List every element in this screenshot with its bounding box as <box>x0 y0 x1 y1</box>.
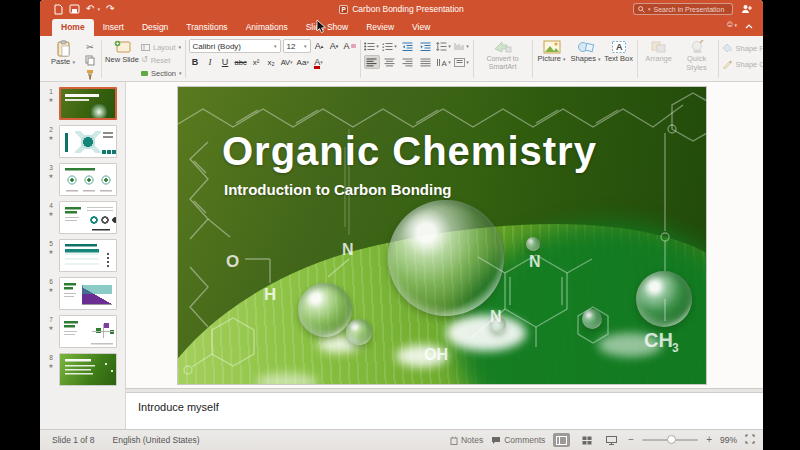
undo-icon[interactable]: ↶ <box>86 4 94 14</box>
zoom-in-button[interactable]: + <box>706 435 712 445</box>
shape-format-group: Shape Fill▾ Shape Outline▾ <box>722 38 763 80</box>
quick-styles-button[interactable]: Quick Styles <box>679 39 715 72</box>
titlebar-right: ▾ Search in Presentation <box>633 0 753 18</box>
notes-pane[interactable]: Introduce myself <box>126 393 763 429</box>
character-spacing-button[interactable]: AV▾ <box>280 55 294 69</box>
zoom-slider-knob[interactable] <box>667 435 676 444</box>
slide-counter: Slide 1 of 8 <box>52 435 95 445</box>
notes-toggle[interactable]: Notes <box>450 435 483 445</box>
align-right-button[interactable] <box>400 55 416 69</box>
shrink-font-icon[interactable]: A▾ <box>328 39 341 53</box>
paste-button[interactable]: Paste ▾ <box>46 39 80 67</box>
grow-font-icon[interactable]: A▴ <box>313 39 326 53</box>
bullets-button[interactable]: ▾ <box>364 39 380 53</box>
decrease-indent-button[interactable] <box>400 39 416 53</box>
slide-thumbnail-2[interactable]: 2★ <box>40 123 125 161</box>
slide-sorter-view-button[interactable] <box>578 433 595 447</box>
columns-button[interactable]: ▾ <box>454 39 470 53</box>
feedback-smiley-icon[interactable]: ☺▾ <box>725 19 737 29</box>
slide-thumbnail-1[interactable]: 1★ <box>40 85 125 123</box>
font-name-select[interactable]: Calibri (Body)▾ <box>189 39 281 53</box>
zoom-level[interactable]: 99% <box>720 435 737 445</box>
align-left-button[interactable] <box>364 55 380 69</box>
new-document-icon[interactable] <box>54 4 63 15</box>
text-box-button[interactable]: A Text Box <box>604 39 634 64</box>
clear-formatting-icon[interactable]: A <box>343 39 357 53</box>
align-text-button[interactable]: ▾ <box>454 55 470 69</box>
search-input[interactable]: ▾ Search in Presentation <box>633 3 733 15</box>
cut-icon[interactable]: ✂ <box>82 40 98 53</box>
line-spacing-button[interactable]: ▾ <box>436 39 452 53</box>
justify-button[interactable] <box>418 55 434 69</box>
tab-home[interactable]: Home <box>52 19 94 36</box>
redo-icon[interactable]: ↷ <box>106 4 114 14</box>
copy-icon[interactable] <box>82 54 98 67</box>
slide-thumbnail-7[interactable]: 7★ <box>40 313 125 351</box>
slide-show-view-button[interactable] <box>603 433 620 447</box>
slide-editor[interactable]: O H N N N OH CH 3 Organic Chemistry <box>177 86 707 385</box>
slide-thumbnail-image[interactable] <box>59 201 117 234</box>
search-placeholder: Search in Presentation <box>654 6 725 13</box>
tab-insert[interactable]: Insert <box>94 19 133 36</box>
numbering-button[interactable]: ▾ <box>382 39 398 53</box>
slide-title[interactable]: Organic Chemistry <box>222 129 597 174</box>
font-color-button[interactable]: A▾ <box>312 55 325 69</box>
section-button[interactable]: Section▾ <box>141 67 182 79</box>
slide-thumbnail-image[interactable] <box>59 353 117 386</box>
zoom-out-button[interactable]: − <box>628 435 634 445</box>
undo-dropdown-icon[interactable]: ▾ <box>97 6 100 12</box>
slide-subtitle[interactable]: Introduction to Carbon Bonding <box>224 181 451 198</box>
notes-text[interactable]: Introduce myself <box>138 401 219 413</box>
italic-button[interactable]: I <box>204 55 217 69</box>
fit-slide-to-window-button[interactable] <box>745 434 755 446</box>
language-indicator[interactable]: English (United States) <box>113 435 200 445</box>
tab-design[interactable]: Design <box>133 19 177 36</box>
slide-thumbnail-6[interactable]: 6★ <box>40 275 125 313</box>
bold-button[interactable]: B <box>189 55 202 69</box>
shapes-button[interactable]: Shapes ▾ <box>570 39 602 64</box>
convert-smartart-button[interactable]: Convert to SmartArt <box>477 39 529 72</box>
text-direction-button[interactable]: A▾ <box>436 55 452 69</box>
slide-thumbnail-4[interactable]: 4★ <box>40 199 125 237</box>
light-reflection <box>396 345 448 367</box>
arrange-icon <box>650 40 667 54</box>
format-painter-icon[interactable] <box>82 68 98 81</box>
slide-thumbnail-image[interactable] <box>59 277 117 310</box>
slide-thumbnail-image[interactable] <box>59 163 117 196</box>
shape-outline-button[interactable]: Shape Outline▾ <box>722 58 763 70</box>
picture-button[interactable]: Picture ▾ <box>536 39 568 64</box>
arrange-button[interactable]: Arrange <box>641 39 677 64</box>
comments-toggle[interactable]: Comments <box>491 435 545 445</box>
normal-view-button[interactable] <box>553 433 570 447</box>
new-slide-button[interactable]: New Slide <box>105 39 139 65</box>
shape-fill-button[interactable]: Shape Fill▾ <box>722 42 763 54</box>
slide-thumbnail-image[interactable] <box>59 87 117 120</box>
underline-button[interactable]: U <box>219 55 232 69</box>
tab-animations[interactable]: Animations <box>237 19 297 36</box>
slide-thumbnail-image[interactable] <box>59 315 117 348</box>
tab-review[interactable]: Review <box>357 19 403 36</box>
superscript-button[interactable]: x² <box>250 55 263 69</box>
zoom-slider[interactable] <box>642 439 698 441</box>
strikethrough-button[interactable]: abc <box>234 55 248 69</box>
layout-button[interactable]: Layout▾ <box>141 41 182 53</box>
share-icon[interactable] <box>741 0 753 18</box>
slide-thumbnail-3[interactable]: 3★ <box>40 161 125 199</box>
increase-indent-button[interactable] <box>418 39 434 53</box>
tab-transitions[interactable]: Transitions <box>177 19 236 36</box>
tab-view[interactable]: View <box>403 19 439 36</box>
slide-thumbnail-image[interactable] <box>59 125 117 158</box>
slide-thumbnail-image[interactable] <box>59 239 117 272</box>
slide-thumbnail-8[interactable]: 8★ <box>40 351 125 389</box>
screen: ↶ ▾ ↷ P Carbon Bonding Presentation ▾ Se… <box>0 0 800 450</box>
change-case-button[interactable]: Aa▾ <box>296 55 310 69</box>
font-size-select[interactable]: 12▾ <box>283 39 311 53</box>
slide-canvas: O H N N N OH CH 3 Organic Chemistry <box>126 82 763 388</box>
reset-button[interactable]: ↺Reset <box>141 54 182 66</box>
water-droplet <box>490 317 506 333</box>
save-icon[interactable] <box>69 4 80 14</box>
clipboard-group: Paste ▾ ✂ <box>46 38 98 80</box>
align-center-button[interactable] <box>382 55 398 69</box>
subscript-button[interactable]: x₂ <box>265 55 278 69</box>
slide-thumbnail-5[interactable]: 5★ <box>40 237 125 275</box>
